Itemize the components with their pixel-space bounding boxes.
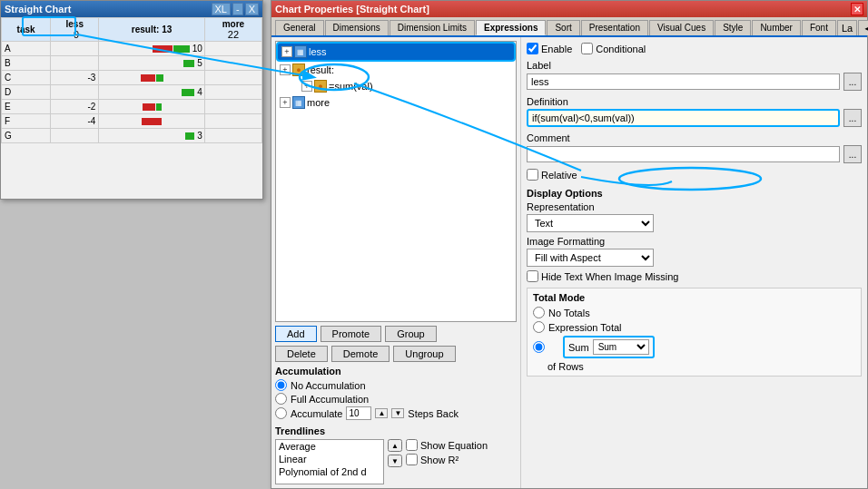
btn-row-1: Add Promote Group	[275, 326, 517, 342]
accumulate-radio[interactable]	[275, 407, 287, 419]
tree-item-sumval[interactable]: + ● =sum(val)	[276, 78, 516, 94]
representation-select[interactable]: Text Image Circular Gauge	[527, 214, 654, 232]
accumulation-section: Accumulation No Accumulation Full Accumu…	[275, 366, 517, 420]
full-accumulation-radio[interactable]	[275, 393, 287, 405]
label-field-title: Label	[527, 60, 862, 71]
expand-less[interactable]: +	[281, 46, 292, 57]
relative-checkbox[interactable]	[527, 169, 538, 181]
enable-checkbox[interactable]	[527, 43, 538, 54]
accumulate-row: Accumulate ▲ ▼ Steps Back	[275, 406, 517, 420]
expand-sumval[interactable]: +	[301, 81, 312, 92]
show-equation-checkbox[interactable]	[406, 439, 418, 451]
total-mode-box: Total Mode No Totals Expression Total Su…	[527, 288, 862, 377]
tab-la[interactable]: La	[837, 20, 857, 35]
tree-item-more[interactable]: + ▦ more	[276, 94, 516, 111]
label-btn[interactable]: ...	[843, 73, 862, 91]
tab-nav-left[interactable]: ◄	[858, 20, 868, 35]
trendlines-section: Trendlines Average Linear Polynomial of …	[275, 425, 517, 484]
chart-titlebar: Straight Chart XL - X	[1, 1, 262, 17]
chart-window-controls[interactable]: XL - X	[212, 3, 259, 15]
steps-spinner[interactable]	[346, 406, 371, 420]
enable-label: Enable	[541, 44, 572, 54]
props-content: + ▦ less + ● result: + ● =sum(val)	[271, 37, 867, 488]
expand-more[interactable]: +	[280, 97, 291, 108]
trendline-scroll-up[interactable]: ▲	[388, 439, 402, 452]
sum-radio[interactable]	[533, 341, 545, 353]
display-options-title: Display Options	[527, 188, 862, 199]
tree-item-result[interactable]: + ● result:	[276, 62, 516, 78]
tab-number[interactable]: Number	[752, 20, 801, 35]
chart-xl-btn[interactable]: XL	[212, 3, 231, 15]
sum-select[interactable]: Sum Average Min Max	[593, 339, 649, 355]
image-formatting-select[interactable]: Fill with Aspect Fill without Aspect Fit…	[527, 249, 654, 267]
total-mode-title: Total Mode	[533, 292, 855, 303]
hide-text-checkbox[interactable]	[527, 270, 538, 282]
trendline-more[interactable]: ...	[276, 478, 383, 484]
trendline-scrollbtns: ▲ ▼	[388, 439, 402, 467]
trendline-scroll-down[interactable]: ▼	[388, 455, 402, 467]
hide-text-label: Hide Text When Image Missing	[541, 271, 678, 282]
delete-btn[interactable]: Delete	[275, 346, 328, 362]
promote-btn[interactable]: Promote	[321, 326, 382, 342]
tab-font[interactable]: Font	[802, 20, 836, 35]
tab-sort[interactable]: Sort	[547, 20, 579, 35]
no-accumulation-row: No Accumulation	[275, 379, 517, 391]
no-accumulation-radio[interactable]	[275, 379, 287, 391]
show-equation-row: Show Equation	[406, 439, 488, 451]
tree-label-less: less	[309, 46, 327, 57]
chart-close-btn[interactable]: X	[245, 3, 259, 15]
trendlines-title: Trendlines	[275, 425, 517, 436]
tab-expressions[interactable]: Expressions	[476, 20, 546, 35]
conditional-label: Conditional	[596, 44, 646, 54]
chart-min-btn[interactable]: -	[232, 3, 243, 15]
sum-label: Sum	[568, 342, 589, 353]
expression-total-label: Expression Total	[548, 322, 622, 333]
conditional-checkbox[interactable]	[581, 43, 593, 54]
right-panel: Enable Conditional Label ... Definition	[521, 37, 867, 488]
group-btn[interactable]: Group	[385, 326, 437, 342]
tab-dimension-limits[interactable]: Dimension Limits	[390, 20, 475, 35]
no-totals-label: No Totals	[548, 308, 590, 318]
definition-display[interactable]: if(sum(val)<0,sum(val))	[527, 109, 840, 127]
btn-row-2: Delete Demote Ungroup	[275, 346, 517, 362]
tab-dimensions[interactable]: Dimensions	[325, 20, 389, 35]
show-r2-checkbox[interactable]	[406, 454, 418, 465]
comment-btn[interactable]: ...	[843, 145, 862, 163]
trendline-linear[interactable]: Linear	[276, 453, 383, 465]
no-totals-radio[interactable]	[533, 307, 545, 318]
no-accumulation-label: No Accumulation	[291, 380, 366, 391]
image-formatting-row: Image Formatting Fill with Aspect Fill w…	[527, 236, 862, 267]
comment-input[interactable]	[527, 146, 840, 162]
tab-visual-cues[interactable]: Visual Cues	[649, 20, 714, 35]
expression-tree[interactable]: + ▦ less + ● result: + ● =sum(val)	[275, 41, 517, 322]
trendlines-list[interactable]: Average Linear Polynomial of 2nd d ...	[275, 439, 384, 484]
tab-presentation[interactable]: Presentation	[581, 20, 648, 35]
tree-item-less[interactable]: + ▦ less	[276, 42, 516, 62]
ungroup-btn[interactable]: Ungroup	[393, 346, 455, 362]
tabs-bar: General Dimensions Dimension Limits Expr…	[271, 17, 867, 37]
demote-btn[interactable]: Demote	[331, 346, 390, 362]
trendline-polynomial[interactable]: Polynomial of 2nd d	[276, 465, 383, 478]
steps-up[interactable]: ▲	[375, 408, 388, 418]
col-result: result: 13	[99, 18, 205, 42]
col-task: task	[2, 18, 51, 42]
table-row: A 10	[2, 42, 262, 56]
trendline-average[interactable]: Average	[276, 440, 383, 453]
tab-general[interactable]: General	[275, 20, 324, 35]
label-input[interactable]	[527, 73, 840, 90]
expand-result[interactable]: +	[280, 64, 291, 75]
steps-back-label: Steps Back	[408, 408, 459, 419]
definition-btn[interactable]: ...	[843, 109, 862, 127]
accumulate-label: Accumulate	[291, 408, 342, 419]
expression-total-radio[interactable]	[533, 321, 545, 333]
table-row: D 4	[2, 85, 262, 100]
tab-style[interactable]: Style	[715, 20, 751, 35]
table-row: F -4	[2, 114, 262, 129]
comment-field-group: Comment ...	[527, 132, 862, 163]
image-formatting-select-row: Fill with Aspect Fill without Aspect Fit…	[527, 249, 862, 267]
steps-down[interactable]: ▼	[391, 408, 404, 418]
add-btn[interactable]: Add	[275, 326, 317, 342]
props-close-btn[interactable]: ✕	[851, 3, 863, 15]
table-row: E -2	[2, 100, 262, 114]
table-row: G 3	[2, 129, 262, 143]
